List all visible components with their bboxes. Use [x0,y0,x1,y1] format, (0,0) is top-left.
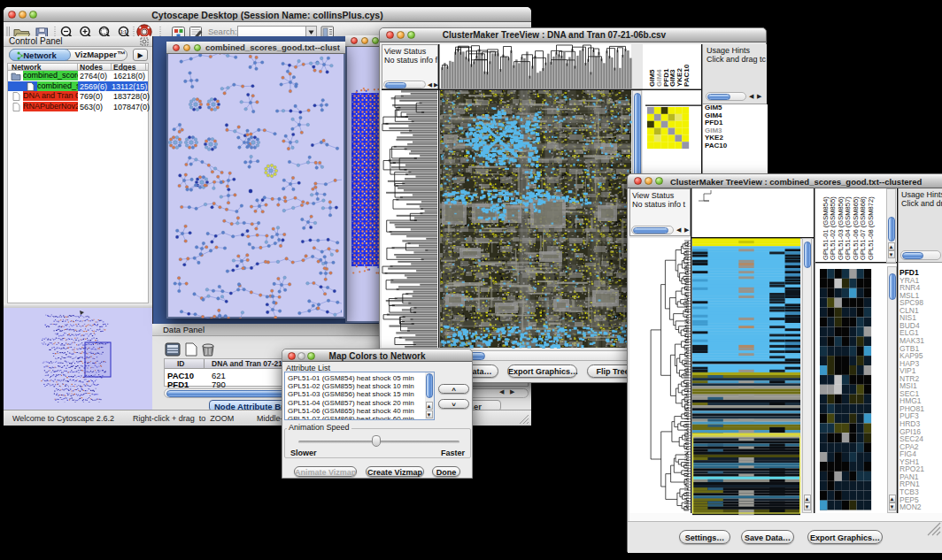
svg-text:Search:: Search: [208,27,237,36]
svg-text:PAC10: PAC10 [683,64,691,87]
svg-text:1:1: 1:1 [120,29,127,35]
svg-text:GPL51-08 (GSM872): GPL51-08 (GSM872) [867,196,875,260]
